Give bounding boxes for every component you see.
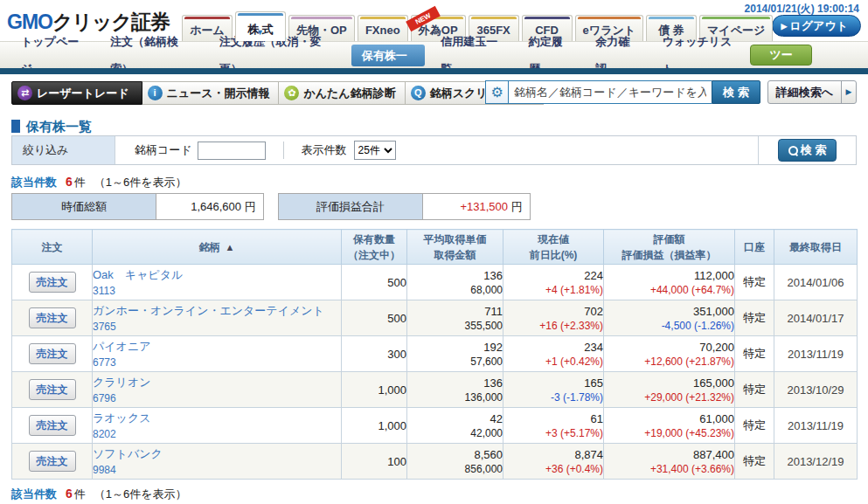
last-acquired-cell: 2013/11/19 xyxy=(774,408,858,444)
profit-loss: +44,000 (+64.7%) xyxy=(604,284,734,296)
avg-price-cell: 19257,600 xyxy=(407,336,503,372)
result-count-bottom: 該当件数6件（1～6件を表示） xyxy=(11,487,187,502)
sort-asc-icon[interactable]: ▲ xyxy=(226,242,235,252)
table-row: 売注文 ラオックス8202 1,000 4242,000 61+3 (+5.17… xyxy=(12,408,858,444)
quantity-cell: 1,000 xyxy=(342,372,407,408)
filter-divider xyxy=(283,142,284,159)
news-label: ニュース・開示情報 xyxy=(167,86,270,101)
valuation-cell: 112,000+44,000 (+64.7%) xyxy=(604,265,735,300)
current-price: 234 xyxy=(503,341,603,354)
avg-price: 42 xyxy=(407,412,503,425)
sell-order-button[interactable]: 売注文 xyxy=(29,379,76,400)
easy-diagnosis-button[interactable]: ✿ かんたん銘柄診断 xyxy=(279,81,405,105)
last-acquired-cell: 2013/11/19 xyxy=(774,336,858,372)
tools-button[interactable]: ツール xyxy=(750,45,812,66)
laser-trade-button[interactable]: ⇄ レーザートレード xyxy=(11,81,142,105)
header-name[interactable]: 銘柄▲ xyxy=(93,230,342,265)
title-marker-icon xyxy=(11,120,20,133)
valuation: 70,200 xyxy=(604,341,734,354)
sell-order-button[interactable]: 売注文 xyxy=(29,272,76,293)
avg-price-cell: 8,560856,000 xyxy=(407,444,503,480)
cost-amount: 42,000 xyxy=(407,427,503,439)
stock-name-link[interactable]: クラリオン xyxy=(93,375,341,390)
header-quantity: 保有数量（注文中） xyxy=(342,230,407,265)
current-price-cell: 702+16 (+2.33%) xyxy=(503,300,604,336)
news-disclosure-button[interactable]: i ニュース・開示情報 xyxy=(142,81,280,105)
tab-accent xyxy=(184,17,230,19)
cost-amount: 68,000 xyxy=(407,284,503,296)
stock-name-link[interactable]: パイオニア xyxy=(93,339,341,355)
quick-tool-buttons: ⇄ レーザートレード i ニュース・開示情報 ✿ かんたん銘柄診断 Q 銘柄スク… xyxy=(11,81,544,105)
current-price-cell: 8,874+36 (+0.4%) xyxy=(503,444,604,480)
stock-name-link[interactable]: ガンホー・オンライン・エンターテイメント xyxy=(93,303,341,319)
tab-accent xyxy=(360,17,406,19)
stock-name-link[interactable]: ラオックス xyxy=(93,411,341,426)
filter-label: 絞り込み xyxy=(12,136,115,164)
logout-arrow-icon: ▶ xyxy=(781,22,788,31)
current-price-cell: 224+4 (+1.81%) xyxy=(503,265,604,300)
sell-order-button[interactable]: 売注文 xyxy=(29,415,76,436)
account-type-cell: 特定 xyxy=(735,408,774,444)
account-type-cell: 特定 xyxy=(735,444,774,480)
last-acquired-cell: 2014/01/06 xyxy=(774,265,858,300)
cost-amount: 136,000 xyxy=(407,391,503,404)
logout-button[interactable]: ▶ログアウト xyxy=(772,15,861,37)
account-type-cell: 特定 xyxy=(735,372,774,408)
tab-stocks[interactable]: 株 式▼ xyxy=(235,11,286,41)
price-change: +4 (+1.81%) xyxy=(503,284,603,296)
sell-order-button[interactable]: 売注文 xyxy=(29,451,76,472)
profit-loss: -4,500 (-1.26%) xyxy=(604,320,734,332)
current-price: 702 xyxy=(503,305,603,318)
cost-amount: 57,600 xyxy=(407,356,503,368)
profit-loss: +31,400 (+3.66%) xyxy=(604,463,734,475)
tab-accent xyxy=(471,17,517,19)
stock-code: 9984 xyxy=(93,464,341,476)
total-pl-number: +131,500 xyxy=(460,200,508,213)
stock-code: 6773 xyxy=(93,356,341,369)
avg-price: 8,560 xyxy=(407,448,503,461)
current-price-cell: 234+1 (+0.42%) xyxy=(503,336,604,372)
sell-order-button[interactable]: 売注文 xyxy=(29,343,76,364)
header-valuation-line2: 評価損益（損益率） xyxy=(604,247,734,263)
display-count-select[interactable]: 25件 xyxy=(354,141,396,160)
filter-search-label: 検 索 xyxy=(801,142,827,158)
summary-boxes: 時価総額 1,646,600円 評価損益合計 +131,500円 xyxy=(11,193,531,220)
table-row: 売注文 ガンホー・オンライン・エンターテイメント3765 500 711355,… xyxy=(12,300,858,336)
avg-price: 192 xyxy=(407,341,503,354)
valuation-cell: 61,000+19,000 (+45.23%) xyxy=(604,408,735,444)
result-count-top: 該当件数6件（1～6件を表示） xyxy=(11,175,187,190)
laser-trade-label: レーザートレード xyxy=(37,86,129,101)
advanced-search-arrow-icon: ▶ xyxy=(841,80,856,104)
stock-name-link[interactable]: Oak キャピタル xyxy=(93,267,341,283)
symbol-search-button[interactable]: 検 索 xyxy=(712,80,760,104)
sell-order-button[interactable]: 売注文 xyxy=(29,307,76,328)
current-price: 165 xyxy=(503,376,603,390)
diagnosis-label: かんたん銘柄診断 xyxy=(303,86,395,101)
stock-code-input[interactable] xyxy=(198,142,266,160)
table-row: 売注文 Oak キャピタル3113 500 13668,000 224+4 (+… xyxy=(12,265,858,300)
current-price: 61 xyxy=(503,412,603,425)
header-name-label: 銘柄 xyxy=(199,241,220,253)
active-tab-caret-icon: ▼ xyxy=(256,15,264,50)
stock-code-label: 銘柄コード xyxy=(135,142,192,158)
last-acquired-cell: 2013/10/29 xyxy=(774,372,858,408)
market-value-label: 時価総額 xyxy=(12,194,156,219)
search-settings-gear-icon[interactable]: ⚙ xyxy=(485,80,509,104)
price-change: +36 (+0.4%) xyxy=(503,463,603,475)
header-valuation-line1: 評価額 xyxy=(604,231,734,247)
tab-fxneo[interactable]: FXneo xyxy=(358,15,408,41)
header-last-acquired: 最終取得日 xyxy=(774,230,858,265)
subnav-holdings-list[interactable]: 保有株一覧 xyxy=(351,45,425,66)
quick-tools-bar: ⇄ レーザートレード i ニュース・開示情報 ✿ かんたん銘柄診断 Q 銘柄スク… xyxy=(0,74,868,114)
subnav-divider-bar xyxy=(0,68,868,74)
symbol-search-input[interactable] xyxy=(509,80,712,104)
header-current-price: 現在値前日比(%) xyxy=(503,230,604,265)
stock-name-link[interactable]: ソフトバンク xyxy=(93,446,341,462)
valuation-cell: 351,000-4,500 (-1.26%) xyxy=(604,300,735,336)
display-count-label: 表示件数 xyxy=(302,142,347,158)
advanced-search-button[interactable]: 詳細検索へ ▶ xyxy=(767,80,857,104)
tab-accent xyxy=(524,17,570,19)
price-change: +16 (+2.33%) xyxy=(503,320,603,332)
holdings-table: 注文 銘柄▲ 保有数量（注文中） 平均取得単価取得金額 現在値前日比(%) 評価… xyxy=(11,229,858,480)
filter-search-button[interactable]: 検 索 xyxy=(778,139,837,162)
